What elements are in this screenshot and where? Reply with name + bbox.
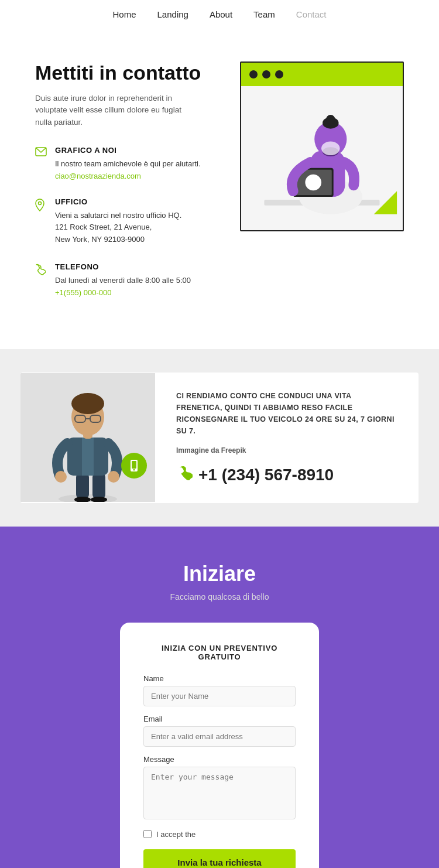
phone-icon [35,264,48,278]
call-section: CI RENDIAMO CONTO CHE CONDUCI UNA VITA F… [0,349,439,527]
form-card: INIZIA CON UN PREVENTIVO GRATUITO Name E… [120,623,319,868]
email-link[interactable]: ciao@nostraazienda.com [55,172,141,180]
call-phone-number: +1 (234) 567-8910 [198,466,334,484]
call-phone-display: +1 (234) 567-8910 [176,465,397,486]
contact-title: Mettiti in contatto [35,61,217,84]
call-phone-icon [176,465,193,486]
form-group-message: Message [143,755,296,822]
svg-point-7 [326,115,335,124]
email-heading: GRAFICO A NOI [55,146,201,155]
cta-title: Iniziare [183,562,256,586]
dot1 [249,70,258,78]
svg-point-1 [39,201,42,204]
office-line2: 121 Rock Street, 21 Avenue, [55,221,181,234]
form-group-email: Email [143,715,296,747]
message-label: Message [143,755,296,764]
call-content: CI RENDIAMO CONTO CHE CONDUCI UNA VITA F… [155,373,419,503]
office-line3: New York, NY 92103-9000 [55,234,181,246]
name-label: Name [143,674,296,683]
badge-phone-icon [128,459,140,472]
form-group-name: Name [143,674,296,706]
nav-home[interactable]: Home [113,9,136,19]
name-input[interactable] [143,686,296,706]
illustration-header [241,63,403,86]
phone-link[interactable]: +1(555) 000-000 [55,288,112,297]
contact-item-phone: TELEFONO Dal lunedì al venerdì dalle 8:0… [35,262,217,298]
email-line1: Il nostro team amichevole è qui per aiut… [55,158,201,170]
contact-right [240,61,404,314]
svg-rect-20 [82,438,94,476]
nav-contact[interactable]: Contact [296,9,327,19]
office-line1: Vieni a salutarci nel nostro ufficio HQ. [55,210,181,222]
email-icon [35,147,48,159]
svg-rect-15 [76,473,89,499]
svg-point-31 [133,469,135,471]
freepik-credit: Immagine da Freepik [176,446,397,454]
illustration-body [241,86,403,231]
main-nav: Home Landing About Team Contact [0,0,439,26]
cta-subtitle: Facciamo qualcosa di bello [170,592,269,602]
phone-heading: TELEFONO [55,262,191,271]
form-heading: INIZIA CON UN PREVENTIVO GRATUITO [143,644,296,661]
nav-landing[interactable]: Landing [157,9,188,19]
call-image [20,373,155,502]
call-description: CI RENDIAMO CONTO CHE CONDUCI UNA VITA F… [176,390,397,437]
svg-rect-30 [132,461,136,469]
contact-left: Mettiti in contatto Duis aute irure dolo… [35,61,217,314]
office-content: UFFICIO Vieni a salutarci nel nostro uff… [55,197,181,246]
submit-button[interactable]: Invia la tua richiesta [143,849,296,868]
terms-checkbox[interactable] [143,830,152,838]
checkbox-label: I accept the [156,830,196,839]
email-content: GRAFICO A NOI Il nostro team amichevole … [55,146,201,181]
email-label: Email [143,715,296,723]
call-person-svg [35,385,140,502]
email-input[interactable] [143,726,296,747]
svg-point-12 [305,175,321,191]
contact-item-email: GRAFICO A NOI Il nostro team amichevole … [35,146,217,181]
contact-description: Duis aute irure dolor in reprehenderit i… [35,93,199,128]
phone-content: TELEFONO Dal lunedì al venerdì dalle 8:0… [55,262,191,298]
freepik-label: Immagine da [176,446,219,454]
message-textarea[interactable] [143,767,296,819]
contact-illustration [240,61,404,231]
call-card: CI RENDIAMO CONTO CHE CONDUCI UNA VITA F… [20,373,419,503]
phone-hours: Dal lunedì al venerdì dalle 8:00 alle 5:… [55,275,191,287]
dot2 [262,70,270,78]
office-heading: UFFICIO [55,197,181,206]
checkbox-row: I accept the [143,830,296,839]
svg-point-28 [108,471,119,483]
contact-item-office: UFFICIO Vieni a salutarci nel nostro uff… [35,197,217,246]
nav-about[interactable]: About [210,9,232,19]
svg-point-9 [321,141,340,155]
cta-section: Iniziare Facciamo qualcosa di bello INIZ… [0,527,439,868]
person-illustration [241,86,403,231]
contact-section: Mettiti in contatto Duis aute irure dolo… [0,26,439,349]
freepik-brand: Freepik [221,446,246,454]
svg-point-23 [71,393,104,414]
svg-rect-16 [92,473,105,499]
nav-team[interactable]: Team [253,9,275,19]
svg-point-27 [55,471,67,483]
dot3 [275,70,283,78]
phone-badge [121,453,147,479]
location-icon [35,199,48,214]
